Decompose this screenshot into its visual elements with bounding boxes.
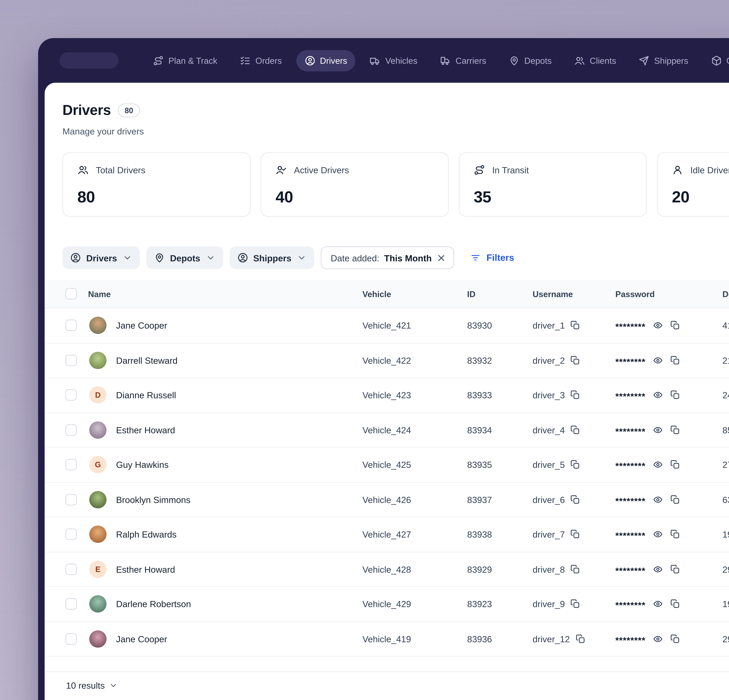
username-cell: driver_5 bbox=[533, 460, 565, 470]
depot-cell: 2715 Ash Dr. San Jos... bbox=[721, 460, 729, 470]
date-filter-chip[interactable]: Date added: This Month bbox=[321, 247, 454, 269]
username-cell: driver_3 bbox=[533, 390, 565, 400]
vehicle-cell: Vehicle_424 bbox=[360, 425, 465, 435]
depot-cell: 6391 Elgin St. Celina.. bbox=[721, 495, 729, 505]
depot-cell: 2972 Westheimer Rd.. bbox=[721, 634, 729, 644]
row-checkbox[interactable] bbox=[65, 563, 77, 575]
row-checkbox[interactable] bbox=[65, 355, 77, 366]
copy-username-icon[interactable] bbox=[570, 529, 580, 539]
column-header-vehicle: Vehicle bbox=[360, 289, 465, 299]
nav-item-drivers[interactable]: Drivers bbox=[296, 50, 356, 71]
copy-username-icon[interactable] bbox=[570, 564, 580, 574]
copy-password-icon[interactable] bbox=[670, 599, 680, 609]
eye-icon[interactable] bbox=[653, 599, 663, 609]
depot-cell: 2972 Westheimer Rd.. bbox=[721, 564, 729, 574]
nav-item-plan-track[interactable]: Plan & Track bbox=[145, 50, 226, 71]
select-all-checkbox[interactable] bbox=[65, 288, 77, 299]
eye-icon[interactable] bbox=[653, 425, 663, 435]
table-row[interactable]: G Guy Hawkins Vehicle_425 83935 driver_5… bbox=[45, 447, 729, 482]
copy-password-icon[interactable] bbox=[670, 495, 680, 505]
close-icon[interactable] bbox=[437, 253, 447, 263]
row-checkbox[interactable] bbox=[65, 633, 77, 645]
app-logo bbox=[60, 52, 118, 68]
stat-value: 35 bbox=[474, 188, 632, 207]
copy-password-icon[interactable] bbox=[670, 564, 680, 574]
copy-password-icon[interactable] bbox=[670, 425, 680, 435]
copy-username-icon[interactable] bbox=[570, 460, 580, 470]
eye-icon[interactable] bbox=[653, 460, 663, 470]
password-mask: ******** bbox=[615, 635, 645, 645]
copy-username-icon[interactable] bbox=[570, 425, 580, 435]
stat-value: 40 bbox=[276, 188, 434, 207]
vehicle-cell: Vehicle_422 bbox=[360, 355, 465, 365]
filter-dropdown-shippers[interactable]: Shippers bbox=[229, 247, 314, 269]
table-row[interactable]: Jane Cooper Vehicle_419 83936 driver_12 … bbox=[45, 622, 729, 656]
username-cell: driver_1 bbox=[533, 320, 565, 330]
copy-username-icon[interactable] bbox=[570, 390, 580, 400]
table-row[interactable]: Darrell Steward Vehicle_422 83932 driver… bbox=[45, 343, 729, 378]
copy-password-icon[interactable] bbox=[670, 390, 680, 400]
eye-icon[interactable] bbox=[653, 634, 663, 644]
truck-loading-icon bbox=[440, 55, 451, 66]
filter-chips: Drivers Depots Shippers bbox=[62, 247, 314, 269]
results-per-page-dropdown[interactable]: 10 results bbox=[62, 680, 122, 691]
table-row[interactable]: Jane Cooper Vehicle_421 83930 driver_1 *… bbox=[45, 308, 729, 343]
copy-password-icon[interactable] bbox=[670, 529, 680, 539]
row-checkbox[interactable] bbox=[65, 494, 77, 505]
avatar: D bbox=[89, 386, 106, 404]
main-panel: Drivers 80 Manage your drivers Import To… bbox=[45, 83, 729, 700]
copy-password-icon[interactable] bbox=[670, 320, 680, 330]
row-checkbox[interactable] bbox=[65, 459, 77, 471]
row-checkbox[interactable] bbox=[65, 320, 77, 331]
driver-name: Dianne Russell bbox=[116, 390, 176, 400]
copy-username-icon[interactable] bbox=[570, 320, 580, 330]
eye-icon[interactable] bbox=[653, 529, 663, 539]
table-row[interactable]: Esther Howard Vehicle_424 83934 driver_4… bbox=[45, 413, 729, 448]
eye-icon[interactable] bbox=[653, 564, 663, 574]
table-row[interactable]: Darlene Robertson Vehicle_429 83923 driv… bbox=[45, 587, 729, 622]
table-row[interactable]: Ralph Edwards Vehicle_427 83938 driver_7… bbox=[45, 517, 729, 552]
copy-password-icon[interactable] bbox=[670, 460, 680, 470]
copy-username-icon[interactable] bbox=[570, 495, 580, 505]
row-checkbox[interactable] bbox=[65, 389, 77, 401]
table-row[interactable]: E Esther Howard Vehicle_428 83929 driver… bbox=[45, 552, 729, 587]
row-checkbox[interactable] bbox=[65, 529, 77, 540]
copy-password-icon[interactable] bbox=[670, 355, 680, 365]
nav-item-vehicles[interactable]: Vehicles bbox=[362, 50, 426, 71]
send-icon bbox=[639, 55, 649, 66]
id-cell: 83930 bbox=[465, 320, 531, 330]
row-checkbox[interactable] bbox=[65, 598, 77, 610]
eye-icon[interactable] bbox=[653, 355, 663, 365]
depot-cell: 1901 Thornridge Cir.. bbox=[721, 599, 729, 609]
nav-item-shippers[interactable]: Shippers bbox=[630, 50, 697, 71]
truck-icon bbox=[370, 55, 380, 66]
filters-button[interactable]: Filters bbox=[467, 252, 518, 264]
copy-username-icon[interactable] bbox=[570, 599, 580, 609]
copy-password-icon[interactable] bbox=[670, 634, 680, 644]
nav-item-depots[interactable]: Depots bbox=[501, 50, 560, 71]
filter-dropdown-depots[interactable]: Depots bbox=[146, 247, 223, 269]
nav-item-clients[interactable]: Clients bbox=[566, 50, 624, 71]
table-footer: 10 results 1 - 5 bbox=[45, 671, 729, 699]
table-header-row: Name Vehicle ID Username Password Depot/… bbox=[45, 280, 729, 308]
eye-icon[interactable] bbox=[653, 495, 663, 505]
password-mask: ******** bbox=[615, 496, 645, 506]
nav-item-carriers[interactable]: Carriers bbox=[432, 50, 495, 71]
copy-username-icon[interactable] bbox=[570, 355, 580, 365]
password-mask: ******** bbox=[615, 391, 645, 401]
table-row[interactable]: Brooklyn Simmons Vehicle_426 83937 drive… bbox=[45, 482, 729, 517]
depot-cell: 2118 Thornridge Cir.. bbox=[721, 355, 729, 365]
nav-item-goods[interactable]: Goods bbox=[703, 50, 729, 71]
avatar bbox=[89, 595, 106, 613]
table-row[interactable]: D Dianne Russell Vehicle_423 83933 drive… bbox=[45, 378, 729, 413]
eye-icon[interactable] bbox=[653, 320, 663, 330]
eye-icon[interactable] bbox=[653, 390, 663, 400]
nav-item-orders[interactable]: Orders bbox=[232, 50, 290, 71]
copy-username-icon[interactable] bbox=[575, 634, 585, 644]
filter-dropdown-drivers[interactable]: Drivers bbox=[62, 247, 140, 269]
chevron-down-icon bbox=[297, 253, 306, 263]
driver-name: Esther Howard bbox=[116, 564, 175, 574]
stat-value: 20 bbox=[672, 188, 729, 207]
driver-name: Ralph Edwards bbox=[116, 529, 177, 539]
row-checkbox[interactable] bbox=[65, 424, 77, 436]
